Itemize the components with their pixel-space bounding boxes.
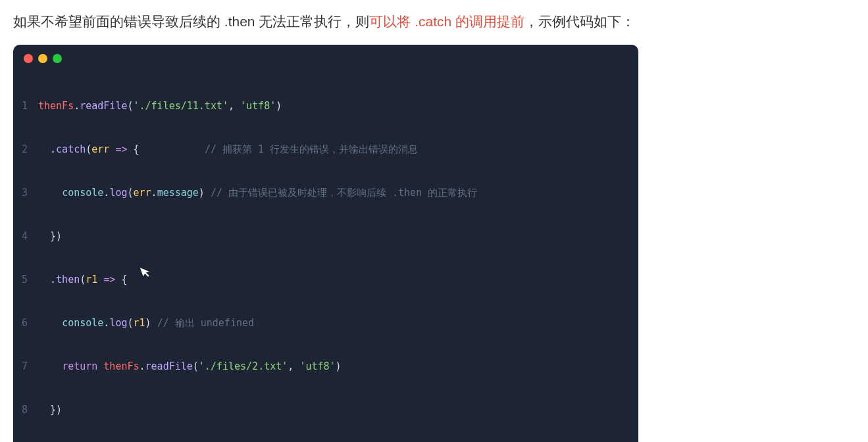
intro-highlight: 可以将 .catch 的调用提前 — [369, 14, 524, 29]
code-line: }) — [38, 226, 628, 247]
line-number: 2 — [20, 139, 38, 160]
code-line: }) — [38, 399, 628, 421]
intro-text: 如果不希望前面的错误导致后续的 .then 无法正常执行，则可以将 .catch… — [13, 11, 855, 33]
line-number: 4 — [20, 226, 38, 247]
line-number: 8 — [20, 399, 38, 421]
code-line: .catch(err => { // 捕获第 1 行发生的错误，并输出错误的消息 — [38, 139, 628, 160]
code-line: return thenFs.readFile('./files/2.txt', … — [38, 356, 628, 378]
code-line: thenFs.readFile('./files/11.txt', 'utf8'… — [38, 95, 628, 117]
code-window: 1thenFs.readFile('./files/11.txt', 'utf8… — [13, 45, 638, 442]
code-line: .then(r1 => { — [38, 269, 628, 291]
line-number: 1 — [20, 95, 38, 117]
intro-part2: ，示例代码如下： — [524, 14, 635, 29]
close-icon — [24, 54, 33, 63]
line-number: 6 — [20, 312, 38, 334]
code-body: 1thenFs.readFile('./files/11.txt', 'utf8… — [13, 70, 638, 442]
line-number: 7 — [20, 356, 38, 378]
line-number: 3 — [20, 182, 38, 204]
code-line: console.log(err.message) // 由于错误已被及时处理，不… — [38, 182, 628, 204]
maximize-icon — [53, 54, 62, 63]
code-line: console.log(r1) // 输出 undefined — [38, 312, 628, 334]
line-number: 5 — [20, 269, 38, 291]
window-titlebar — [13, 45, 638, 70]
minimize-icon — [38, 54, 47, 63]
intro-part1: 如果不希望前面的错误导致后续的 .then 无法正常执行，则 — [13, 14, 369, 29]
